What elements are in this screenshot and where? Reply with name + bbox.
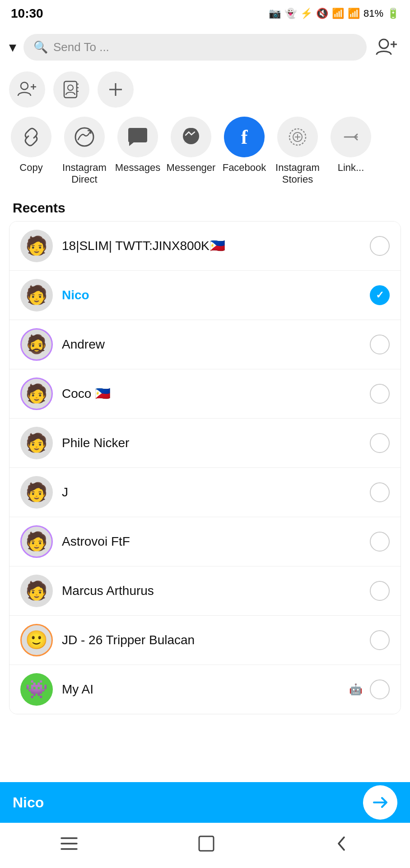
contact-item[interactable]: 🧔 Andrew <box>9 320 401 369</box>
more-icon <box>331 117 371 157</box>
contact-item[interactable]: 🧑 J <box>9 468 401 517</box>
contact-name: Astrovoi FtF <box>62 534 361 549</box>
avatar: 🧑 <box>20 476 53 509</box>
contact-name: Phile Nicker <box>62 436 361 450</box>
nav-bar <box>0 823 410 868</box>
messages-icon <box>117 117 158 157</box>
recents-header: Recents <box>0 193 410 221</box>
svg-point-7 <box>68 85 73 90</box>
add-action-button[interactable] <box>98 71 134 108</box>
contact-name: Marcus Arthurus <box>62 584 361 598</box>
avatar: 🧑 <box>20 377 53 410</box>
bluetooth-icon: ⚡ <box>300 8 312 19</box>
contact-item[interactable]: 🧑 Marcus Arthurus <box>9 566 401 616</box>
contact-checkbox[interactable] <box>370 581 390 601</box>
bottom-send-bar: Nico <box>0 782 410 823</box>
share-messenger[interactable]: Messenger <box>164 117 218 174</box>
status-time: 10:30 <box>11 6 43 21</box>
contact-checkbox[interactable] <box>370 236 390 256</box>
contact-item[interactable]: 🧑 Coco 🇵🇭 <box>9 369 401 419</box>
share-instagram-direct[interactable]: InstagramDirect <box>58 117 111 186</box>
signal-icon: 📶 <box>348 8 360 19</box>
svg-point-3 <box>21 82 28 90</box>
contact-name: My AI <box>62 682 340 697</box>
nav-back-button[interactable] <box>334 835 350 857</box>
share-instagram-stories[interactable]: InstagramStories <box>271 117 324 186</box>
more-label: Link... <box>338 162 364 174</box>
contact-name: Coco 🇵🇭 <box>62 386 361 401</box>
instagram-direct-icon <box>64 117 105 157</box>
contact-checkbox[interactable] <box>370 384 390 404</box>
contacts-list: 🧑 18|SLIM| TWTT:JINX800K🇵🇭 🧑 Nico ✓ 🧔 An… <box>9 221 401 714</box>
facebook-icon: f <box>224 117 265 157</box>
robot-icon: 🤖 <box>349 683 363 696</box>
copy-icon <box>11 117 51 157</box>
status-bar: 10:30 📷 👻 ⚡ 🔇 📶 📶 81% 🔋 <box>0 0 410 27</box>
avatar: 🧑 <box>20 279 53 311</box>
instagram-stories-label: InstagramStories <box>275 162 320 186</box>
share-messages[interactable]: Messages <box>111 117 164 174</box>
contacts-action-button[interactable] <box>53 71 89 108</box>
avatar: 👾 <box>20 673 53 706</box>
contact-checkbox[interactable] <box>370 335 390 354</box>
action-buttons-row <box>0 67 410 112</box>
messenger-icon <box>171 117 211 157</box>
send-button[interactable] <box>363 785 397 820</box>
contact-item[interactable]: 🧑 Phile Nicker <box>9 419 401 468</box>
svg-rect-23 <box>199 836 214 851</box>
share-facebook[interactable]: f Facebook <box>218 117 271 174</box>
contact-item[interactable]: 👾 My AI 🤖 <box>9 665 401 714</box>
instagram-direct-label: InstagramDirect <box>62 162 107 186</box>
battery-text: 81% <box>363 8 383 19</box>
battery-icon: 🔋 <box>387 8 399 19</box>
share-copy[interactable]: Copy <box>5 117 58 174</box>
contact-item[interactable]: 🧑 18|SLIM| TWTT:JINX800K🇵🇭 <box>9 222 401 271</box>
avatar: 🧔 <box>20 328 53 361</box>
contact-name: JD - 26 Tripper Bulacan <box>62 633 361 647</box>
instagram-stories-icon <box>277 117 318 157</box>
avatar: 🧑 <box>20 525 53 558</box>
messages-label: Messages <box>115 162 160 174</box>
contact-item[interactable]: 🧑 Nico ✓ <box>9 271 401 320</box>
mute-icon: 🔇 <box>316 8 328 19</box>
contact-checkbox[interactable] <box>370 630 390 650</box>
send-name: Nico <box>13 794 44 811</box>
wifi-icon: 📶 <box>332 8 344 19</box>
search-placeholder: Send To ... <box>53 40 109 54</box>
contact-checkbox[interactable] <box>370 433 390 453</box>
contact-checkbox[interactable] <box>370 482 390 502</box>
messenger-label: Messenger <box>167 162 216 174</box>
add-friends-button[interactable] <box>374 33 401 61</box>
contact-name: Andrew <box>62 337 361 352</box>
search-input-wrap[interactable]: 🔍 Send To ... <box>23 34 367 61</box>
search-icon: 🔍 <box>33 40 48 54</box>
avatar: 🧑 <box>20 575 53 607</box>
contact-checkbox-checked[interactable]: ✓ <box>370 285 390 305</box>
chevron-down-icon[interactable]: ▾ <box>9 38 16 56</box>
svg-rect-6 <box>64 81 77 98</box>
contact-checkbox[interactable] <box>370 679 390 699</box>
contact-name: Nico <box>62 288 361 302</box>
video-icon: 📷 <box>269 8 281 19</box>
share-more[interactable]: Link... <box>324 117 377 174</box>
search-bar-row: ▾ 🔍 Send To ... <box>0 27 410 67</box>
contact-checkbox[interactable] <box>370 532 390 552</box>
nav-menu-button[interactable] <box>60 835 79 856</box>
contact-item[interactable]: 🧑 Astrovoi FtF <box>9 517 401 566</box>
add-friend-action-button[interactable] <box>9 71 45 108</box>
avatar: 🧑 <box>20 427 53 459</box>
avatar: 🧑 <box>20 230 53 262</box>
facebook-label: Facebook <box>223 162 266 174</box>
contact-item[interactable]: 🙂 JD - 26 Tripper Bulacan <box>9 616 401 665</box>
svg-point-0 <box>379 39 388 48</box>
nav-home-button[interactable] <box>197 835 215 857</box>
share-row: Copy InstagramDirect Messages <box>0 112 410 193</box>
ghost-icon: 👻 <box>284 8 297 19</box>
contact-name: 18|SLIM| TWTT:JINX800K🇵🇭 <box>62 238 361 253</box>
copy-label: Copy <box>19 162 42 174</box>
contact-name: J <box>62 485 361 500</box>
status-icons: 📷 👻 ⚡ 🔇 📶 📶 81% 🔋 <box>269 8 399 19</box>
avatar: 🙂 <box>20 624 53 656</box>
